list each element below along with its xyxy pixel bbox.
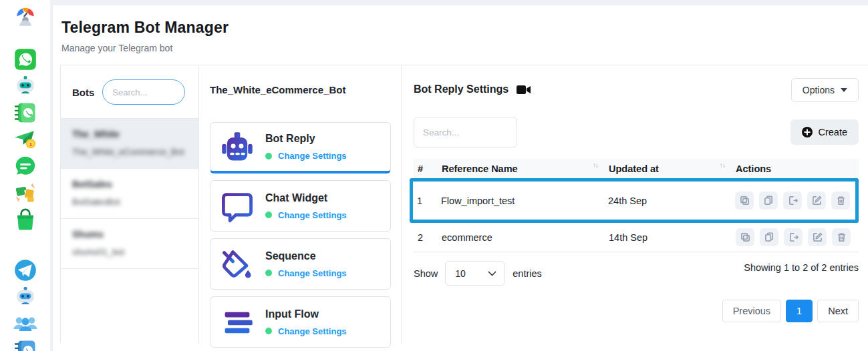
shop-bag-icon[interactable] bbox=[13, 207, 38, 232]
create-button[interactable]: Create bbox=[790, 119, 859, 145]
sort-icon[interactable]: ↑↓ bbox=[720, 161, 725, 169]
table-header: # Reference Name↑↓ Updated at↑↓ Actions bbox=[414, 159, 859, 178]
module-card-sequence[interactable]: Sequence Change Settings bbox=[210, 238, 391, 290]
robot-icon bbox=[220, 129, 255, 164]
status-dot-icon bbox=[265, 212, 272, 218]
module-card-chat-widget[interactable]: Chat Widget Change Settings bbox=[210, 180, 391, 232]
paint-bucket-icon bbox=[220, 247, 255, 282]
column-num[interactable]: # bbox=[418, 163, 442, 174]
bots-panel: Bots The_White The_White_eCommerce_Bot B… bbox=[61, 65, 199, 344]
export-button[interactable] bbox=[784, 228, 803, 246]
bot-list-item[interactable]: Shums shums01_bot bbox=[61, 219, 198, 269]
row-updated-at: 14th Sep bbox=[609, 232, 736, 243]
sort-icon[interactable]: ↑↓ bbox=[593, 161, 598, 169]
phonebook-blue-icon[interactable] bbox=[13, 338, 38, 351]
bot-name: BotSales bbox=[72, 179, 188, 190]
edit-button[interactable] bbox=[807, 192, 826, 210]
bot-modules-panel: The_White_eCommerce_Bot Bot Reply Change… bbox=[199, 65, 402, 344]
module-card-body: Chat Widget Change Settings bbox=[265, 192, 347, 220]
module-label: Input Flow bbox=[265, 308, 347, 320]
integration-puzzle-icon[interactable] bbox=[13, 180, 38, 206]
bot-reply-settings-panel: Bot Reply Settings Options bbox=[402, 65, 868, 344]
bot-username: The_White_eCommerce_Bot bbox=[72, 146, 188, 159]
show-label: Show bbox=[414, 268, 438, 279]
table-row[interactable]: 2 ecommerce 14th Sep bbox=[414, 223, 859, 252]
status-dot-icon bbox=[265, 153, 272, 159]
row-updated-at: 24th Sep bbox=[608, 196, 735, 206]
delete-button[interactable] bbox=[831, 192, 850, 210]
bot-list-item[interactable]: BotSales BotSalesBot bbox=[61, 169, 198, 219]
duplicate-button[interactable] bbox=[759, 192, 778, 210]
plus-circle-icon bbox=[802, 127, 813, 137]
options-button-label: Options bbox=[803, 85, 835, 95]
chat-bubble-icon[interactable] bbox=[13, 153, 38, 179]
delete-button[interactable] bbox=[832, 228, 851, 246]
page-header: Telegram Bot Manager Manage your Telegra… bbox=[53, 5, 868, 53]
chevron-down-icon bbox=[841, 88, 847, 92]
edit-button[interactable] bbox=[808, 228, 827, 246]
options-button[interactable]: Options bbox=[791, 78, 859, 102]
module-card-body: Input Flow Change Settings bbox=[265, 308, 347, 336]
page-subtitle: Manage your Telegram bot bbox=[61, 43, 868, 53]
campaign-plane-icon[interactable]: 1 bbox=[13, 127, 38, 152]
module-card-bot-reply[interactable]: Bot Reply Change Settings bbox=[210, 122, 391, 173]
bots-search-input[interactable] bbox=[102, 79, 185, 105]
entries-label: entries bbox=[513, 268, 542, 279]
column-label: Updated at bbox=[609, 163, 659, 174]
column-updated-at[interactable]: Updated at↑↓ bbox=[609, 163, 736, 174]
page-1-button[interactable]: 1 bbox=[786, 300, 813, 322]
row-reference-name: Flow_import_test bbox=[441, 196, 608, 206]
row-reference-name: ecommerce bbox=[442, 232, 609, 243]
bot-list-item[interactable]: The_White The_White_eCommerce_Bot bbox=[61, 119, 198, 169]
page-title: Telegram Bot Manager bbox=[61, 19, 868, 37]
chat-widget-icon bbox=[220, 189, 255, 224]
telegram-icon[interactable] bbox=[13, 258, 38, 283]
duplicate-button[interactable] bbox=[760, 228, 778, 246]
change-settings-link[interactable]: Change Settings bbox=[278, 326, 347, 336]
svg-text:1: 1 bbox=[29, 141, 32, 147]
status-dot-icon bbox=[265, 270, 272, 276]
telegram-bot-manager-screen: 1 Telegram Bot Manager Manage your Teleg… bbox=[0, 0, 868, 351]
main-content: Telegram Bot Manager Manage your Telegra… bbox=[53, 5, 868, 351]
entries-summary: Showing 1 to 2 of 2 entries bbox=[744, 262, 859, 273]
bot-list: The_White The_White_eCommerce_Bot BotSal… bbox=[61, 118, 198, 269]
status-dot-icon bbox=[265, 328, 272, 334]
dashboard-gauge-icon[interactable] bbox=[13, 3, 38, 28]
video-camera-icon[interactable] bbox=[517, 85, 531, 95]
bot-username: BotSalesBot bbox=[72, 196, 188, 209]
change-settings-link[interactable]: Change Settings bbox=[278, 210, 347, 220]
change-settings-link[interactable]: Change Settings bbox=[278, 151, 347, 161]
page-size-select[interactable]: 10 bbox=[445, 261, 505, 286]
bots-panel-header: Bots bbox=[61, 65, 198, 118]
whatsapp-icon[interactable] bbox=[13, 47, 38, 72]
bot-blue-icon[interactable] bbox=[13, 284, 38, 310]
create-button-label: Create bbox=[818, 127, 847, 137]
column-label: Reference Name bbox=[442, 163, 518, 174]
module-label: Bot Reply bbox=[265, 133, 347, 145]
bots-label: Bots bbox=[72, 87, 94, 98]
team-users-icon[interactable] bbox=[13, 311, 38, 336]
phonebook-green-icon[interactable] bbox=[13, 100, 38, 125]
settings-title: Bot Reply Settings bbox=[414, 83, 509, 95]
change-settings-link[interactable]: Change Settings bbox=[278, 268, 347, 278]
settings-search-input[interactable] bbox=[414, 117, 517, 147]
content-panels: Bots The_White The_White_eCommerce_Bot B… bbox=[60, 65, 868, 344]
column-reference-name[interactable]: Reference Name↑↓ bbox=[442, 163, 609, 174]
row-actions bbox=[736, 228, 859, 246]
selected-bot-title: The_White_eCommerce_Bot bbox=[210, 84, 391, 95]
bot-name: Shums bbox=[72, 229, 188, 240]
previous-page-button[interactable]: Previous bbox=[722, 300, 781, 322]
row-actions bbox=[735, 192, 855, 210]
column-actions: Actions bbox=[736, 163, 859, 174]
copy-button[interactable] bbox=[736, 228, 754, 246]
app-sidebar: 1 bbox=[0, 0, 50, 351]
module-card-input-flow[interactable]: Input Flow Change Settings bbox=[210, 296, 391, 348]
bot-green-icon[interactable] bbox=[13, 73, 38, 99]
export-button[interactable] bbox=[783, 192, 802, 210]
module-card-body: Sequence Change Settings bbox=[265, 250, 347, 278]
table-footer: Show 10 entries Showing 1 to 2 of 2 entr… bbox=[414, 261, 859, 286]
next-page-button[interactable]: Next bbox=[817, 300, 859, 322]
bot-name: The_White bbox=[72, 129, 188, 139]
copy-button[interactable] bbox=[735, 192, 754, 210]
table-row[interactable]: 1 Flow_import_test 24th Sep bbox=[413, 182, 855, 220]
